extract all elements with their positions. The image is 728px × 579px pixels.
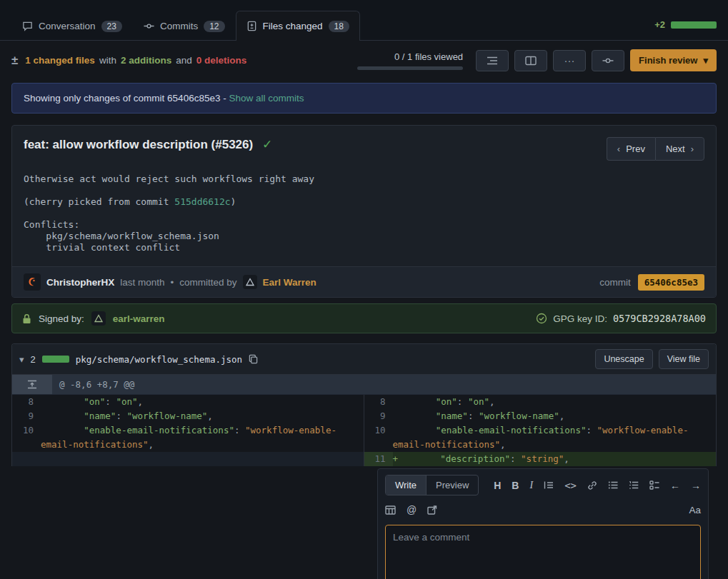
code-segment: , [564, 453, 569, 464]
tab-files-changed[interactable]: Files changed 18 [236, 11, 360, 41]
file-diff-stat-bar [42, 356, 69, 363]
verified-check-icon: ✓ [262, 138, 272, 151]
files-viewed-label: 0 / 1 files viewed [394, 51, 463, 62]
heading-button[interactable]: H [494, 480, 501, 491]
bullet-list-button[interactable] [608, 480, 618, 490]
committer-avatar[interactable] [243, 275, 257, 289]
reference-button[interactable] [427, 505, 437, 515]
committed-by-label: committed by [179, 277, 236, 288]
redo-button[interactable]: → [691, 480, 701, 491]
commit-header: feat: allow workflow description (#5326)… [12, 126, 716, 172]
format-buttons: H B I <> ← → [494, 480, 701, 491]
code-segment: "enable-email-notifications" [393, 425, 587, 435]
commit-sha-badge[interactable]: 65406c85e3 [638, 274, 704, 291]
whitespace-options-button[interactable] [476, 50, 509, 71]
comment-textarea[interactable] [385, 525, 701, 579]
deletions-count: 0 deletions [196, 55, 247, 66]
commit-sha-group: commit 65406c85e3 [599, 274, 704, 291]
commit-body-line: Conflicts: [24, 219, 704, 231]
line-number[interactable]: 10 [364, 423, 393, 452]
finish-review-button[interactable]: Finish review ▾ [630, 49, 717, 71]
line-number[interactable]: 8 [364, 395, 393, 409]
tab-label: Files changed [263, 21, 323, 31]
code-button[interactable]: <> [564, 480, 577, 491]
table-button[interactable] [385, 505, 396, 515]
tab-commits[interactable]: Commits 12 [133, 11, 236, 41]
signer-avatar-image [94, 313, 104, 323]
code-line: + "description": "string", [393, 452, 717, 466]
git-commit-icon [144, 21, 154, 31]
diff-stats-icon: ± [11, 54, 18, 68]
finish-review-label: Finish review [639, 55, 697, 66]
line-number[interactable]: 9 [364, 409, 393, 423]
caret-down-icon: ▾ [703, 55, 708, 66]
text-size-button[interactable]: Aa [689, 505, 701, 515]
added-marker: + [393, 452, 403, 466]
code-segment: "enable-email-notifications" [41, 425, 234, 435]
signer-avatar[interactable] [91, 311, 106, 326]
code-segment: "workflow-name" [126, 411, 207, 421]
code-segment: : [116, 411, 126, 421]
diff-right-side: 8 "on": "on",9 "name": "workflow-name",1… [364, 395, 717, 466]
line-number[interactable]: 9 [12, 409, 41, 423]
numbered-list-button[interactable] [629, 480, 639, 490]
split-diff: 8 "on": "on",9 "name": "workflow-name",1… [12, 395, 716, 466]
undo-button[interactable]: ← [670, 480, 680, 491]
code-line: "enable-email-notifications": "workflow-… [41, 423, 364, 452]
cherry-pick-sha-link[interactable]: 515dd6612c [174, 196, 230, 207]
editor-toolbar: Write Preview H B I <> ← → [385, 475, 701, 495]
diff-view-style-button[interactable] [514, 50, 547, 71]
signer-name[interactable]: earl-warren [113, 313, 165, 324]
mention-button[interactable]: @ [407, 504, 417, 515]
bullet-list-icon [608, 480, 618, 490]
diff-stat-summary: +2 [654, 19, 717, 40]
more-options-button[interactable]: ··· [553, 50, 586, 71]
quote-button[interactable] [544, 480, 554, 490]
tab-count: 18 [329, 21, 349, 32]
copy-icon[interactable] [249, 354, 258, 364]
diff-stat-bar [671, 21, 717, 29]
line-number[interactable]: 8 [12, 395, 41, 409]
italic-button[interactable]: I [529, 480, 533, 491]
tab-conversation[interactable]: Conversation 23 [11, 11, 133, 41]
gpg-key-label: GPG key ID: [553, 313, 607, 324]
tab-count: 12 [204, 21, 224, 32]
commit-select-button[interactable] [592, 50, 624, 71]
prev-commit-button[interactable]: ‹ Prev [607, 137, 655, 161]
commit-body-line: (cherry picked from commit 515dd6612c) [24, 196, 704, 208]
file-name[interactable]: pkg/schema/workflow_schema.json [76, 354, 242, 365]
view-file-button[interactable]: View file [659, 349, 709, 369]
preview-tab[interactable]: Preview [427, 475, 478, 495]
line-number[interactable]: 11 [364, 452, 393, 466]
commit-title: feat: allow workflow description (#5326)… [24, 137, 272, 152]
link-button[interactable] [587, 480, 597, 490]
commit-body-line: pkg/schema/workflow_schema.json [24, 231, 704, 242]
write-tab[interactable]: Write [386, 475, 427, 495]
code-segment: "description" [403, 453, 511, 464]
code-segment: , [559, 411, 565, 421]
author-avatar[interactable] [24, 273, 41, 291]
editor-mode-tabs: Write Preview [385, 475, 479, 495]
expand-hunk-button[interactable] [12, 375, 52, 394]
commit-label: commit [599, 277, 631, 288]
commit-card: feat: allow workflow description (#5326)… [11, 125, 717, 298]
show-all-commits-link[interactable]: Show all commits [229, 93, 304, 104]
code-segment: , [207, 411, 213, 421]
chevron-left-icon: ‹ [617, 144, 620, 154]
task-list-button[interactable] [649, 480, 659, 490]
code-segment: "name" [393, 411, 468, 421]
gpg-key-id: 0579CB2928A78A00 [613, 313, 706, 324]
line-number[interactable]: 10 [12, 423, 41, 452]
next-commit-button[interactable]: Next › [655, 137, 704, 161]
collapse-chevron-icon[interactable]: ▾ [19, 354, 24, 365]
bold-button[interactable]: B [512, 480, 519, 491]
unescape-button[interactable]: Unescape [595, 349, 652, 369]
banner-text: Showing only changes of commit 65406c85e… [24, 93, 226, 104]
editor-toolbar-row2: @ Aa [385, 504, 701, 515]
reference-icon [427, 505, 437, 515]
pr-tab-bar: Conversation 23 Commits 12 Files changed… [0, 0, 728, 41]
link-icon [587, 480, 597, 490]
code-segment: : [468, 411, 479, 421]
committer-name[interactable]: Earl Warren [263, 277, 316, 288]
author-name[interactable]: ChristopherHX [46, 277, 114, 288]
